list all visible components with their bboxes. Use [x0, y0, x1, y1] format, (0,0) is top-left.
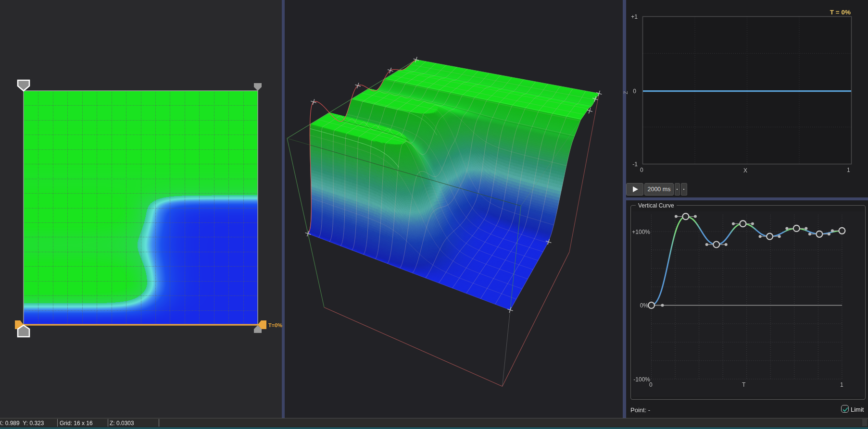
svg-text:Z: Z: [623, 91, 629, 94]
